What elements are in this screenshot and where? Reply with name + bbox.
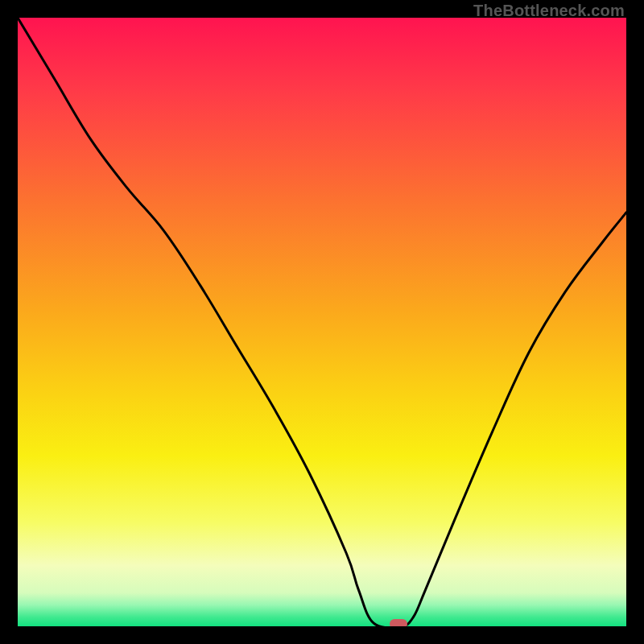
optimal-marker [390,619,407,626]
plot-area [18,18,626,626]
curve-layer [18,18,626,626]
watermark-text: TheBottleneck.com [473,2,625,20]
bottleneck-curve [18,18,626,626]
chart-container: TheBottleneck.com [0,0,644,644]
